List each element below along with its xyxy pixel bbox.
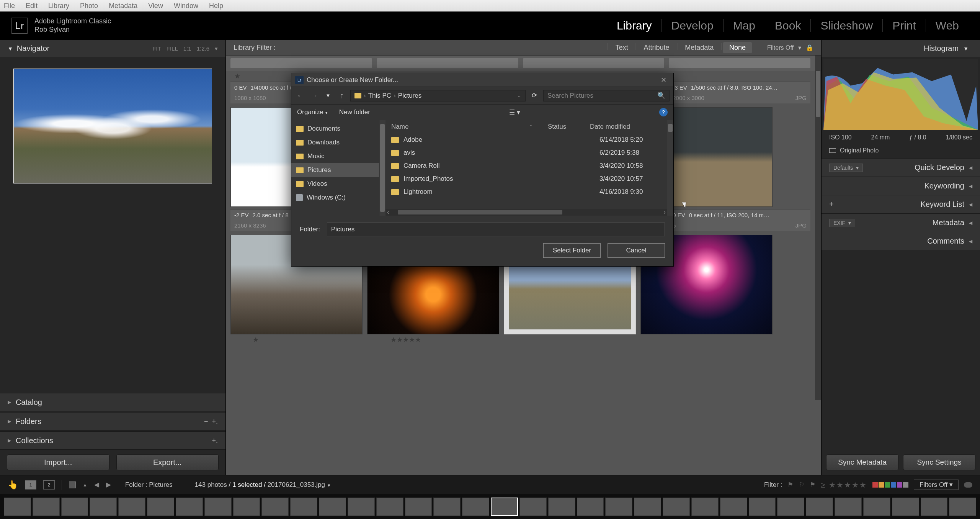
tree-item-drive-c[interactable]: Windows (C:) xyxy=(291,191,379,205)
plus-icon[interactable]: + xyxy=(829,200,834,209)
filmstrip-thumb[interactable] xyxy=(749,498,776,516)
filmstrip-thumb-selected[interactable] xyxy=(491,498,518,516)
sync-settings-button[interactable]: Sync Settings xyxy=(903,454,975,470)
catalog-section[interactable]: ▶ Catalog xyxy=(0,393,225,411)
nav-zoom[interactable]: 1:2.6 xyxy=(197,45,209,52)
filmstrip-thumb[interactable] xyxy=(892,498,919,516)
filters-off-button[interactable]: Filters Off ▾ xyxy=(914,480,959,490)
filmstrip-thumb[interactable] xyxy=(4,498,31,516)
nav-up-icon[interactable]: ↑ xyxy=(336,91,347,100)
keyword-list-section[interactable]: + Keyword List ◀ xyxy=(822,195,980,213)
collections-plus-icon[interactable]: +. xyxy=(212,437,218,445)
histogram-header[interactable]: Histogram ▼ xyxy=(822,40,980,57)
list-item[interactable]: Camera Roll3/4/2020 10:58 xyxy=(385,159,667,172)
filmstrip-thumb[interactable] xyxy=(949,498,976,516)
label-none[interactable] xyxy=(903,482,908,488)
export-button[interactable]: Export... xyxy=(116,454,219,470)
filter-none[interactable]: None xyxy=(723,42,752,53)
filmstrip[interactable] xyxy=(0,494,980,519)
flag-rejected-icon[interactable]: ⚑ xyxy=(810,481,815,489)
menu-photo[interactable]: Photo xyxy=(80,2,98,10)
tree-scrollbar[interactable] xyxy=(379,120,385,216)
filter-metadata[interactable]: Metadata xyxy=(679,42,720,53)
module-develop[interactable]: Develop xyxy=(662,19,723,32)
nav-forward-icon[interactable]: → xyxy=(309,91,320,100)
address-bar[interactable]: › This PC › Pictures ⌄ xyxy=(350,90,526,102)
address-dropdown-icon[interactable]: ⌄ xyxy=(517,93,521,98)
label-purple[interactable] xyxy=(897,482,902,488)
filmstrip-thumb[interactable] xyxy=(548,498,575,516)
tree-item-music[interactable]: Music xyxy=(291,149,379,163)
filmstrip-thumb[interactable] xyxy=(33,498,60,516)
prev-icon[interactable]: ◀ xyxy=(94,481,99,489)
tree-item-pictures[interactable]: Pictures xyxy=(291,163,379,177)
navigator-preview[interactable] xyxy=(0,57,225,195)
filmstrip-thumb[interactable] xyxy=(462,498,489,516)
label-red[interactable] xyxy=(872,482,878,488)
view-options-icon[interactable]: ☰ ▾ xyxy=(509,108,520,116)
menu-edit[interactable]: Edit xyxy=(26,2,38,10)
search-input[interactable]: Search Pictures 🔍 xyxy=(543,90,670,102)
comments-section[interactable]: Comments ◀ xyxy=(822,232,980,250)
list-scrollbar[interactable] xyxy=(667,120,673,216)
help-icon[interactable]: ? xyxy=(659,108,668,116)
filmstrip-thumb[interactable] xyxy=(376,498,403,516)
list-item[interactable]: Imported_Photos3/4/2020 10:57 xyxy=(385,172,667,185)
nav-fill[interactable]: FILL xyxy=(167,45,178,52)
lock-icon[interactable]: 🔒 xyxy=(806,44,813,51)
close-icon[interactable]: ✕ xyxy=(658,76,670,84)
collections-section[interactable]: ▶ Collections +. xyxy=(0,431,225,450)
menu-view[interactable]: View xyxy=(148,2,163,10)
new-folder-button[interactable]: New folder xyxy=(339,108,370,116)
nav-1to1[interactable]: 1:1 xyxy=(183,45,191,52)
nav-history-icon[interactable]: ▼ xyxy=(323,93,333,98)
filmstrip-thumb[interactable] xyxy=(921,498,948,516)
filmstrip-thumb[interactable] xyxy=(348,498,375,516)
rating-filter[interactable]: ≥ ★★★★★ xyxy=(821,480,867,490)
tree-item-documents[interactable]: Documents xyxy=(291,122,379,136)
filmstrip-thumb[interactable] xyxy=(433,498,461,516)
tree-item-videos[interactable]: Videos xyxy=(291,177,379,191)
filmstrip-thumb[interactable] xyxy=(319,498,346,516)
filmstrip-thumb[interactable] xyxy=(777,498,804,516)
folder-name-input[interactable] xyxy=(327,223,665,236)
filmstrip-thumb[interactable] xyxy=(147,498,174,516)
filmstrip-thumb[interactable] xyxy=(634,498,661,516)
defaults-dropdown[interactable]: Defaults ▾ xyxy=(829,164,863,172)
menu-help[interactable]: Help xyxy=(209,2,223,10)
column-headers[interactable]: Name ⌃ Status Date modified xyxy=(385,120,667,133)
module-map[interactable]: Map xyxy=(723,19,765,32)
exif-dropdown[interactable]: EXIF ▾ xyxy=(829,219,855,227)
quick-develop-section[interactable]: Defaults ▾ Quick Develop ◀ xyxy=(822,158,980,177)
filmstrip-thumb[interactable] xyxy=(90,498,117,516)
col-status[interactable]: Status xyxy=(548,123,590,131)
loupe-view-button[interactable]: 2 xyxy=(43,480,55,490)
identity-plate-icon[interactable]: 👆 xyxy=(8,480,18,490)
module-slideshow[interactable]: Slideshow xyxy=(810,19,882,32)
navigator-header[interactable]: ▼ Navigator FIT FILL 1:1 1:2.6 ▾ xyxy=(0,40,225,57)
cancel-button[interactable]: Cancel xyxy=(608,243,665,258)
filmstrip-thumb[interactable] xyxy=(577,498,604,516)
filmstrip-thumb[interactable] xyxy=(118,498,145,516)
select-folder-button[interactable]: Select Folder xyxy=(543,243,601,258)
filmstrip-thumb[interactable] xyxy=(261,498,289,516)
filmstrip-thumb[interactable] xyxy=(61,498,88,516)
dialog-titlebar[interactable]: Lr Choose or Create New Folder... ✕ xyxy=(291,73,673,87)
crumb-pictures[interactable]: Pictures xyxy=(398,92,421,100)
folders-section[interactable]: ▶ Folders − +. xyxy=(0,412,225,431)
label-green[interactable] xyxy=(885,482,890,488)
filter-attribute[interactable]: Attribute xyxy=(637,42,675,53)
label-yellow[interactable] xyxy=(879,482,884,488)
filmstrip-thumb[interactable] xyxy=(176,498,203,516)
grid-scrollbar[interactable] xyxy=(815,56,821,400)
menu-metadata[interactable]: Metadata xyxy=(109,2,137,10)
filmstrip-thumb[interactable] xyxy=(691,498,719,516)
filters-off-label[interactable]: Filters Off xyxy=(767,44,794,51)
folders-plus-icon[interactable]: +. xyxy=(212,417,218,425)
star-rating-row[interactable]: ★★★★★★ xyxy=(226,334,815,345)
crumb-thispc[interactable]: This PC xyxy=(368,92,391,100)
menu-file[interactable]: File xyxy=(4,2,15,10)
organize-button[interactable]: Organize ▾ xyxy=(297,108,328,116)
keywording-section[interactable]: Keywording ◀ xyxy=(822,177,980,195)
filter-switch-icon[interactable] xyxy=(964,482,972,488)
